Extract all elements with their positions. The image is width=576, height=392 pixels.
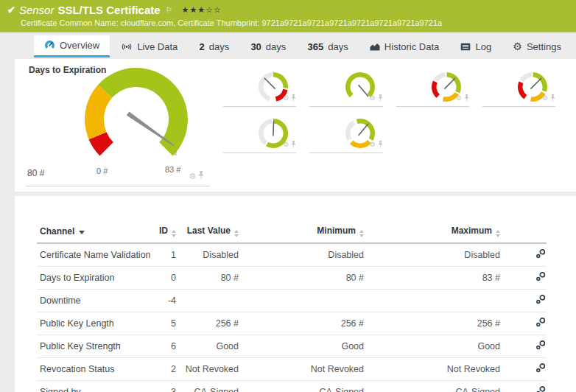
pin-icon[interactable] bbox=[550, 91, 555, 105]
channel-maximum: 83 # bbox=[367, 267, 503, 290]
sensor-header: ✔ Sensor SSL/TLS Certificate ⚐ ★★★☆☆ Cer… bbox=[0, 0, 576, 32]
priority-stars[interactable]: ★★★☆☆ bbox=[182, 4, 222, 16]
channel-maximum: Good bbox=[367, 335, 503, 358]
channel-name[interactable]: Public Key Strength bbox=[37, 335, 151, 358]
pin-icon[interactable] bbox=[291, 91, 296, 105]
column-header-id[interactable]: ID bbox=[151, 221, 179, 243]
channel-settings-icon[interactable] bbox=[535, 294, 547, 307]
gauge-scale-max: 83 # bbox=[165, 165, 180, 174]
pin-icon[interactable] bbox=[464, 91, 469, 105]
gauge-needle bbox=[359, 85, 368, 97]
gauge-settings-icon[interactable]: ⚙ bbox=[542, 95, 548, 102]
channel-settings-icon[interactable] bbox=[535, 385, 547, 392]
channel-id: 1 bbox=[151, 243, 179, 267]
gauge-dial bbox=[81, 64, 192, 175]
gauge-settings-icon[interactable]: ⚙ bbox=[456, 95, 462, 102]
channel-id: -4 bbox=[151, 290, 179, 312]
gauges-panel: Days to Expiration 0 # 83 # x̄ 80 # ⚙ ⚙ bbox=[15, 59, 576, 192]
channel-maximum bbox=[367, 290, 503, 312]
channel-minimum: Not Revoked bbox=[242, 358, 367, 381]
gauge-settings-icon[interactable]: ⚙ bbox=[283, 95, 289, 102]
channel-name[interactable]: Days to Expiration bbox=[37, 267, 151, 290]
column-header-minimum[interactable]: Minimum bbox=[242, 221, 367, 243]
certificate-subtitle: Certificate Common Name: cloudflare.com,… bbox=[0, 16, 576, 27]
tab-number: 365 bbox=[308, 41, 324, 52]
gauge-cell-revocation-status: ⚙ bbox=[482, 65, 555, 107]
channel-settings-icon[interactable] bbox=[535, 317, 547, 330]
tab-30-days[interactable]: 30 days bbox=[240, 35, 296, 57]
gauge-title bbox=[223, 111, 296, 114]
gauge-title bbox=[309, 111, 382, 114]
table-row: Downtime -4 bbox=[37, 290, 547, 312]
channel-minimum: 80 # bbox=[242, 267, 367, 290]
tab-365-days[interactable]: 365 days bbox=[298, 35, 359, 57]
gauge-title bbox=[396, 65, 469, 68]
pin-icon[interactable] bbox=[378, 138, 383, 151]
channel-settings-icon[interactable] bbox=[535, 248, 547, 262]
channel-minimum: Good bbox=[242, 335, 367, 358]
channel-id: 6 bbox=[151, 335, 179, 358]
channel-settings-icon[interactable] bbox=[535, 363, 547, 376]
gauge-settings-icon[interactable]: ⚙ bbox=[369, 141, 375, 148]
table-row: Signed by 3 CA-Signed CA-Signed CA-Signe… bbox=[37, 381, 547, 392]
tab-label: Historic Data bbox=[384, 41, 439, 52]
gauge-cell-certificate-name-check: ⚙ bbox=[223, 65, 296, 107]
channel-maximum: Not Revoked bbox=[367, 358, 503, 381]
tab-label: Settings bbox=[527, 41, 561, 52]
live-icon bbox=[121, 42, 133, 52]
gauge-icon bbox=[44, 40, 55, 51]
gear-icon: ⚙ bbox=[513, 41, 522, 52]
channel-name[interactable]: Certificate Name Validation bbox=[37, 243, 151, 267]
tab-2-days[interactable]: 2 days bbox=[189, 35, 239, 57]
pin-icon[interactable] bbox=[198, 169, 204, 183]
pin-icon[interactable] bbox=[378, 91, 383, 105]
pin-icon[interactable] bbox=[291, 138, 296, 151]
tab-live-data[interactable]: Live Data bbox=[110, 35, 188, 57]
column-label: Last Value bbox=[187, 225, 231, 236]
tab-settings[interactable]: ⚙ Settings bbox=[502, 35, 572, 57]
flag-icon[interactable]: ⚐ bbox=[166, 4, 172, 16]
tab-number: 30 bbox=[250, 41, 261, 52]
gauge-cell-public-key-length: ⚙ bbox=[309, 65, 382, 107]
channel-maximum: 256 # bbox=[367, 312, 503, 335]
table-row: Public Key Strength 6 Good Good Good bbox=[37, 335, 547, 358]
channel-name[interactable]: Public Key Length bbox=[37, 312, 151, 335]
channel-last-value bbox=[179, 290, 242, 312]
tab-log[interactable]: Log bbox=[450, 35, 502, 57]
gauge-title bbox=[223, 65, 296, 68]
gauge-settings-icon[interactable]: ⚙ bbox=[189, 172, 196, 181]
channel-name[interactable]: Signed by bbox=[37, 381, 151, 392]
table-row: Days to Expiration 0 80 # 80 # 83 # bbox=[37, 267, 547, 290]
tab-bar: Overview Live Data 2 days 30 days 365 da… bbox=[0, 35, 576, 57]
gauge-settings-icon[interactable]: ⚙ bbox=[283, 141, 289, 148]
status-ok-icon: ✔ bbox=[7, 4, 15, 16]
channel-id: 2 bbox=[151, 358, 179, 381]
table-row: Revocation Status 2 Not Revoked Not Revo… bbox=[37, 358, 547, 381]
gauge-cell-signed-by: ⚙ bbox=[223, 111, 296, 153]
tab-overview[interactable]: Overview bbox=[34, 35, 110, 57]
gauge-cell-public-key-strength: ⚙ bbox=[396, 65, 469, 107]
column-header-channel[interactable]: Channel bbox=[37, 221, 151, 243]
sort-icon bbox=[234, 230, 239, 237]
channel-settings-icon[interactable] bbox=[535, 271, 547, 284]
channel-last-value: CA-Signed bbox=[179, 381, 242, 392]
gauge-needle bbox=[127, 112, 175, 147]
column-label: Minimum bbox=[317, 225, 356, 236]
small-gauges-grid: ⚙ ⚙ ⚙ ⚙ bbox=[210, 59, 576, 192]
gauge-title bbox=[482, 65, 555, 68]
channel-id: 3 bbox=[151, 381, 179, 392]
channel-settings-icon[interactable] bbox=[535, 340, 547, 353]
channel-minimum: CA-Signed bbox=[242, 381, 367, 392]
tab-historic-data[interactable]: Historic Data bbox=[359, 35, 449, 57]
channel-id: 0 bbox=[151, 267, 179, 290]
channel-minimum: Disabled bbox=[242, 243, 367, 267]
chart-icon bbox=[370, 43, 380, 51]
table-header-row: Channel ID Last Value Minimum Maximum bbox=[37, 221, 547, 243]
column-header-maximum[interactable]: Maximum bbox=[367, 221, 503, 243]
channel-name[interactable]: Downtime bbox=[37, 290, 151, 312]
channel-maximum: Disabled bbox=[367, 243, 503, 267]
channel-name[interactable]: Revocation Status bbox=[37, 358, 151, 381]
column-header-last-value[interactable]: Last Value bbox=[179, 221, 242, 243]
channels-table: Channel ID Last Value Minimum Maximum Ce… bbox=[37, 221, 547, 392]
gauge-settings-icon[interactable]: ⚙ bbox=[369, 95, 375, 102]
